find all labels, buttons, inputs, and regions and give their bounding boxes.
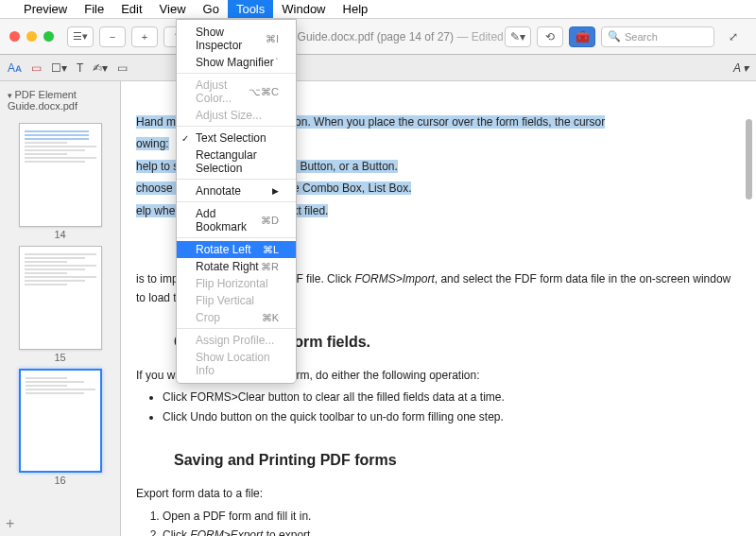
close-window-icon[interactable] — [9, 31, 20, 42]
menu-item-show-magnifier[interactable]: Show Magnifier` — [177, 54, 296, 74]
markup-toolbar-button[interactable]: 🧰 — [569, 26, 595, 47]
menu-item-rectangular-selection[interactable]: Rectangular Selection — [177, 147, 296, 180]
markup-bar: Aᴀ ▭ ☐▾ T ✍︎▾ ▭ A ▾ — [0, 55, 756, 81]
shapes-button[interactable]: ☐▾ — [51, 61, 67, 75]
menu-tools[interactable]: Tools — [228, 0, 273, 18]
menu-window[interactable]: Window — [273, 0, 334, 18]
page-number-label: 15 — [0, 352, 120, 363]
page-thumbnail[interactable] — [19, 123, 102, 227]
menu-item-rotate-right[interactable]: Rotate Right⌘R — [177, 258, 296, 275]
menu-go[interactable]: Go — [195, 0, 228, 18]
menu-item-adjust-size: Adjust Size... — [177, 107, 296, 127]
section-heading: Saving and Printing PDF forms — [174, 447, 741, 473]
menu-item-text-selection[interactable]: ✓Text Selection — [177, 130, 296, 147]
search-input[interactable]: 🔍 Search — [601, 26, 714, 47]
text-button[interactable]: T — [77, 61, 83, 75]
page-thumbnail[interactable] — [19, 246, 102, 350]
menu-item-flip-horizontal: Flip Horizontal — [177, 275, 296, 292]
note-button[interactable]: ▭ — [117, 61, 128, 75]
page-number-label: 14 — [0, 229, 120, 240]
menubar: Preview File Edit View Go Tools Window H… — [0, 0, 756, 19]
fullscreen-button[interactable]: ⤢ — [720, 26, 747, 47]
menu-edit[interactable]: Edit — [112, 0, 150, 18]
zoom-in-button[interactable]: + — [131, 26, 158, 47]
maximize-window-icon[interactable] — [43, 31, 54, 42]
menu-item-show-location-info: Show Location Info — [177, 349, 296, 379]
page-number-label: 16 — [0, 475, 120, 486]
bullet-list: Click FORMS>Clear button to clear all th… — [136, 388, 741, 426]
page-thumbnail[interactable] — [19, 369, 102, 473]
menu-preview[interactable]: Preview — [15, 0, 76, 18]
menu-item-assign-profile: Assign Profile... — [177, 332, 296, 349]
rotate-button[interactable]: ⟲ — [537, 26, 563, 47]
menu-item-show-inspector[interactable]: Show Inspector⌘I — [177, 24, 296, 54]
thumbnail-sidebar[interactable]: PDF Element Guide.docx.pdf 14 15 16 + — [0, 81, 121, 536]
menu-item-rotate-left[interactable]: Rotate Left⌘L — [177, 241, 296, 258]
menu-item-adjust-color: Adjust Color...⌥⌘C — [177, 77, 296, 107]
content-area: PDF Element Guide.docx.pdf 14 15 16 + Ha… — [0, 81, 756, 536]
font-style-dropdown[interactable]: A ▾ — [733, 61, 748, 75]
menu-item-flip-vertical: Flip Vertical — [177, 292, 296, 309]
sidebar-doc-title: PDF Element Guide.docx.pdf — [0, 87, 120, 117]
scrollbar[interactable] — [744, 81, 753, 536]
minimize-window-icon[interactable] — [26, 31, 37, 42]
sidebar-view-button[interactable]: ☰▾ — [67, 26, 94, 47]
tools-dropdown: Show Inspector⌘IShow Magnifier`Adjust Co… — [176, 19, 297, 384]
highlight-button[interactable]: ✎▾ — [505, 26, 531, 47]
menu-item-annotate[interactable]: Annotate▶ — [177, 182, 296, 202]
toolbar: ☰▾ − + ⇪ Element Guide.docx.pdf (page 14… — [0, 19, 756, 55]
redact-button[interactable]: ▭ — [31, 61, 42, 75]
menu-help[interactable]: Help — [335, 0, 377, 18]
scroll-thumb[interactable] — [746, 119, 752, 199]
zoom-out-button[interactable]: − — [99, 26, 126, 47]
menu-item-crop: Crop⌘K — [177, 309, 296, 329]
numbered-list: Open a PDF form and fill it in. Click FO… — [136, 507, 741, 536]
add-page-button[interactable]: + — [6, 515, 14, 532]
menu-file[interactable]: File — [76, 0, 112, 18]
sign-button[interactable]: ✍︎▾ — [93, 61, 108, 75]
search-icon: 🔍 — [608, 30, 621, 43]
body-text: Export form data to a file: — [136, 484, 741, 503]
menu-item-add-bookmark[interactable]: Add Bookmark⌘D — [177, 205, 296, 238]
window-controls — [9, 31, 54, 42]
highlighted-text: owing: — [136, 137, 169, 150]
text-style-button[interactable]: Aᴀ — [8, 61, 22, 75]
menu-view[interactable]: View — [151, 0, 195, 18]
